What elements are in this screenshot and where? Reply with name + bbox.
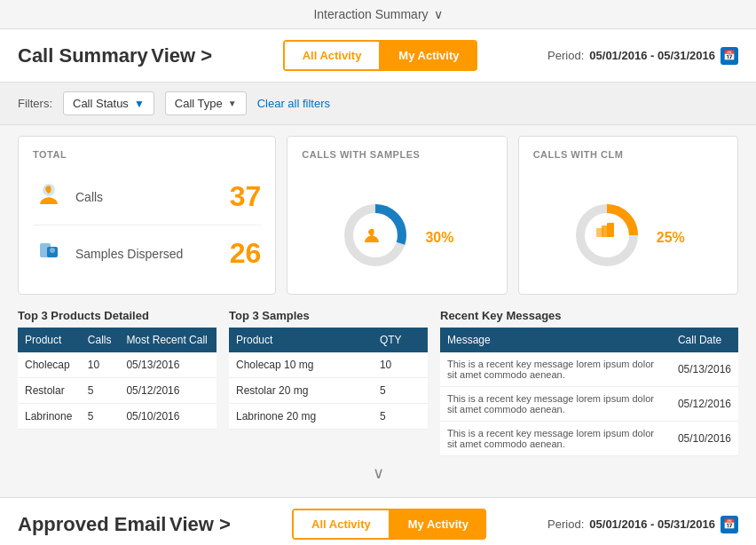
svg-rect-10 (607, 223, 614, 237)
table-row: This is a recent key message lorem ipsum… (440, 422, 738, 456)
call-summary-header: Call Summary View > All Activity My Acti… (0, 29, 756, 83)
samples-value: 26 (230, 237, 262, 270)
top3-samples-heading: Top 3 Samples (229, 305, 428, 322)
total-card: TOTAL Calls 37 Samples Dis (18, 136, 276, 295)
my-activity-button[interactable]: My Activity (381, 40, 476, 71)
samples-label: Samples Dispersed (75, 247, 219, 261)
approved-email-view-link[interactable]: View > (169, 513, 231, 535)
clm-percent: 25% (657, 221, 685, 249)
product-calls: 10 (81, 352, 120, 378)
all-activity-button[interactable]: All Activity (283, 40, 382, 71)
product-name: Cholecap (18, 352, 81, 378)
table-row: Restolar 20 mg 5 (229, 378, 428, 404)
clm-pct-value: 25% (657, 221, 685, 248)
samples-card-title: CALLS WITH SAMPLES (302, 149, 492, 160)
product-name: Restolar (18, 378, 81, 404)
clear-filters-link[interactable]: Clear all filters (257, 97, 330, 110)
top3-products-table: Product Calls Most Recent Call Cholecap … (18, 328, 217, 430)
messages-col-message: Message (440, 328, 671, 352)
calls-value: 37 (230, 180, 262, 213)
expand-row: ∨ (18, 456, 738, 486)
samples-pct-value: 30% (425, 221, 453, 248)
samples-stat-row: Samples Dispersed 26 (33, 225, 261, 281)
table-row: This is a recent key message lorem ipsum… (440, 352, 738, 387)
approved-email-period-value: 05/01/2016 - 05/31/2016 (589, 517, 715, 531)
samples-col-qty: QTY (373, 328, 428, 352)
chevron-down-icon: ∨ (434, 7, 443, 21)
table-row: This is a recent key message lorem ipsum… (440, 387, 738, 422)
messages-header-row: Message Call Date (440, 328, 738, 352)
top3-samples-table: Product QTY Cholecap 10 mg 10Restolar 20… (229, 328, 428, 430)
approved-email-period-info: Period: 05/01/2016 - 05/31/2016 📅 (547, 516, 738, 533)
sample-product: Labrinone 20 mg (229, 404, 373, 430)
approved-email-toggle: All Activity My Activity (292, 509, 486, 540)
clm-donut-chart (571, 200, 642, 271)
call-summary-title-group: Call Summary View > (18, 44, 212, 67)
call-summary-title: Call Summary (18, 44, 148, 67)
message-text: This is a recent key message lorem ipsum… (440, 352, 671, 387)
calls-icon (33, 178, 65, 216)
calls-with-samples-card: CALLS WITH SAMPLES 30% (287, 136, 507, 295)
product-calls: 5 (81, 378, 120, 404)
filters-bar: Filters: Call Status ▼ Call Type ▼ Clear… (0, 83, 756, 125)
activity-toggle: All Activity My Activity (283, 40, 477, 71)
product-date: 05/13/2016 (119, 352, 217, 378)
samples-header-row: Product QTY (229, 328, 428, 352)
approved-email-my-activity-button[interactable]: My Activity (390, 509, 486, 540)
approved-email-title-group: Approved Email View > (18, 513, 231, 536)
message-date: 05/10/2016 (671, 422, 738, 456)
filters-label: Filters: (18, 97, 52, 110)
product-calls: 5 (81, 404, 120, 430)
svg-point-3 (50, 248, 55, 253)
products-col-calls: Calls (81, 328, 120, 352)
approved-email-calendar-icon[interactable]: 📅 (721, 516, 738, 533)
period-value: 05/01/2016 - 05/31/2016 (589, 49, 715, 62)
top3-products-block: Top 3 Products Detailed Product Calls Mo… (18, 305, 217, 456)
product-date: 05/12/2016 (119, 378, 217, 404)
products-col-date: Most Recent Call (119, 328, 217, 352)
call-summary-view-link[interactable]: View > (151, 44, 212, 67)
products-header-row: Product Calls Most Recent Call (18, 328, 217, 352)
top3-samples-block: Top 3 Samples Product QTY Cholecap 10 mg… (229, 305, 428, 456)
calls-stat-row: Calls 37 (33, 169, 261, 225)
samples-icon (33, 234, 65, 272)
message-date: 05/13/2016 (671, 352, 738, 387)
table-row: Labrinone 20 mg 5 (229, 404, 428, 430)
approved-email-all-activity-button[interactable]: All Activity (292, 509, 390, 540)
recent-key-messages-heading: Recent Key Messages (440, 305, 738, 322)
table-row: Labrinone 5 05/10/2016 (18, 404, 217, 430)
call-status-label: Call Status (73, 97, 129, 110)
approved-email-title: Approved Email (18, 513, 166, 535)
table-row: Cholecap 10 mg 10 (229, 352, 428, 378)
approved-email-header: Approved Email View > All Activity My Ac… (0, 497, 756, 545)
period-info: Period: 05/01/2016 - 05/31/2016 📅 (547, 47, 738, 65)
clm-donut: 25% (533, 169, 723, 301)
message-text: This is a recent key message lorem ipsum… (440, 387, 671, 422)
recent-key-messages-table: Message Call Date This is a recent key m… (440, 328, 738, 456)
calendar-icon[interactable]: 📅 (721, 47, 738, 65)
funnel-icon: ▼ (134, 98, 145, 110)
sample-qty: 10 (373, 352, 428, 378)
samples-donut: 30% (302, 169, 492, 301)
total-card-title: TOTAL (33, 149, 261, 160)
approved-email-period-label: Period: (547, 517, 584, 531)
period-label: Period: (547, 49, 584, 62)
recent-key-messages-block: Recent Key Messages Message Call Date Th… (440, 305, 738, 456)
table-row: Cholecap 10 05/13/2016 (18, 352, 217, 378)
sample-product: Restolar 20 mg (229, 378, 373, 404)
samples-percent: 30% (425, 221, 453, 249)
stats-row: TOTAL Calls 37 Samples Dis (0, 125, 756, 305)
tables-row: Top 3 Products Detailed Product Calls Mo… (18, 305, 738, 456)
tables-section: Top 3 Products Detailed Product Calls Mo… (0, 305, 756, 497)
top-bar: Interaction Summary ∨ (0, 0, 756, 29)
call-type-filter[interactable]: Call Type ▼ (165, 91, 247, 115)
sample-qty: 5 (373, 404, 428, 430)
expand-arrow-icon[interactable]: ∨ (373, 464, 384, 482)
table-row: Restolar 5 05/12/2016 (18, 378, 217, 404)
clm-card-title: CALLS WITH CLM (533, 149, 723, 160)
call-status-filter[interactable]: Call Status ▼ (63, 91, 154, 115)
top3-products-heading: Top 3 Products Detailed (18, 305, 217, 322)
messages-col-date: Call Date (671, 328, 738, 352)
message-text: This is a recent key message lorem ipsum… (440, 422, 671, 456)
samples-col-product: Product (229, 328, 373, 352)
